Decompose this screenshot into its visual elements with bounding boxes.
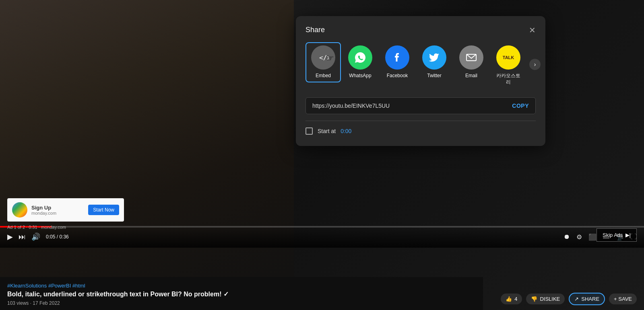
kakao-talk-text: TALK [503,55,514,60]
embed-code-icon: </> [318,52,329,63]
ad-logo-icon [12,202,27,218]
share-icons-row: </> Embed WhatsApp [305,42,536,88]
share-item-kakao[interactable]: TALK 카카오스토리 [491,42,526,88]
video-stats: 103 views · 17 Feb 2022 [7,300,476,306]
url-divider [305,121,536,121]
share-scroll-next-button[interactable]: › [529,59,541,70]
embed-icon-circle: </> [311,45,335,70]
skip-ads-label: Skip Ads [603,232,623,238]
video-tags: #KlearnSolutions #PowerBI #html [7,283,476,289]
modal-title: Share [305,26,325,34]
time-display: 0:05 / 0:36 [46,234,69,240]
email-icon [465,51,478,64]
embed-label: Embed [316,73,331,79]
modal-close-button[interactable]: ✕ [529,26,536,34]
share-url: https://youtu.be/EINKVe7L5UU [312,103,390,109]
twitter-icon-circle [422,45,446,70]
ad-start-now-button[interactable]: Start Now [88,205,119,215]
ad-title: Sign Up [31,205,84,211]
dislike-icon: 👎 [531,296,537,302]
svg-text:</>: </> [319,54,329,62]
facebook-icon-circle [385,45,409,70]
save-label: + SAVE [614,296,632,302]
save-button[interactable]: + SAVE [609,294,637,304]
ad-domain: monday.com [31,211,84,216]
facebook-label: Facebook [387,73,408,79]
action-buttons: 👍 4 👎 DISLIKE ↗ SHARE + SAVE [501,293,637,305]
next-button[interactable]: ⏭ [19,233,26,241]
video-metadata: #KlearnSolutions #PowerBI #html Bold, it… [0,277,483,310]
whatsapp-label: WhatsApp [349,73,371,79]
share-button[interactable]: ↗ SHARE [569,293,605,305]
share-item-facebook[interactable]: Facebook [380,42,415,82]
kakao-label: 카카오스토리 [496,73,520,85]
dislike-button[interactable]: 👎 DISLIKE [526,294,565,304]
kakao-icon-circle: TALK [496,45,520,70]
whatsapp-icon-circle [348,45,372,70]
share-icon: ↗ [574,296,579,302]
ad-text: Sign Up monday.com [31,205,84,216]
email-icon-circle [459,45,483,70]
ad-overlay: Sign Up monday.com Start Now [7,198,124,222]
like-count: 4 [514,296,517,302]
controls-bar: ▶ ⏭ 🔊 0:05 / 0:36 ⏺ ⚙ ⬛ ▬ 📡 ⛶ [0,226,644,248]
share-modal: Share ✕ </> Embed Wh [296,16,545,146]
facebook-icon [391,51,404,64]
modal-header: Share ✕ [305,26,536,34]
settings-icon[interactable]: ⚙ [576,233,582,241]
twitter-label: Twitter [427,73,441,79]
skip-ads-icon: ▶| [625,232,631,238]
share-item-twitter[interactable]: Twitter [417,42,452,82]
desk-texture [0,0,294,310]
share-item-email[interactable]: Email [454,42,489,82]
start-at-label: Start at [318,128,336,134]
share-item-embed[interactable]: </> Embed [305,42,341,82]
miniplayer-icon[interactable]: ⬛ [588,233,597,241]
like-icon: 👍 [506,296,512,302]
copy-url-button[interactable]: COPY [512,103,529,109]
share-item-whatsapp[interactable]: WhatsApp [343,42,378,82]
url-bar: https://youtu.be/EINKVe7L5UU COPY [305,97,536,114]
autoplay-icon[interactable]: ⏺ [564,233,570,240]
twitter-icon [428,51,441,64]
start-at-row: Start at 0:00 [305,127,536,135]
play-button[interactable]: ▶ [7,232,13,241]
whatsapp-icon [354,51,367,64]
dislike-label: DISLIKE [540,296,560,302]
start-at-checkbox[interactable] [305,127,313,135]
skip-ads-button[interactable]: Skip Ads ▶| [597,228,637,242]
video-title: Bold, italic, underlined or strikethroug… [7,290,476,298]
volume-icon[interactable]: 🔊 [31,232,40,241]
like-button[interactable]: 👍 4 [501,294,522,304]
start-at-time: 0:00 [341,128,351,134]
email-label: Email [465,73,477,79]
share-label: SHARE [581,296,599,302]
